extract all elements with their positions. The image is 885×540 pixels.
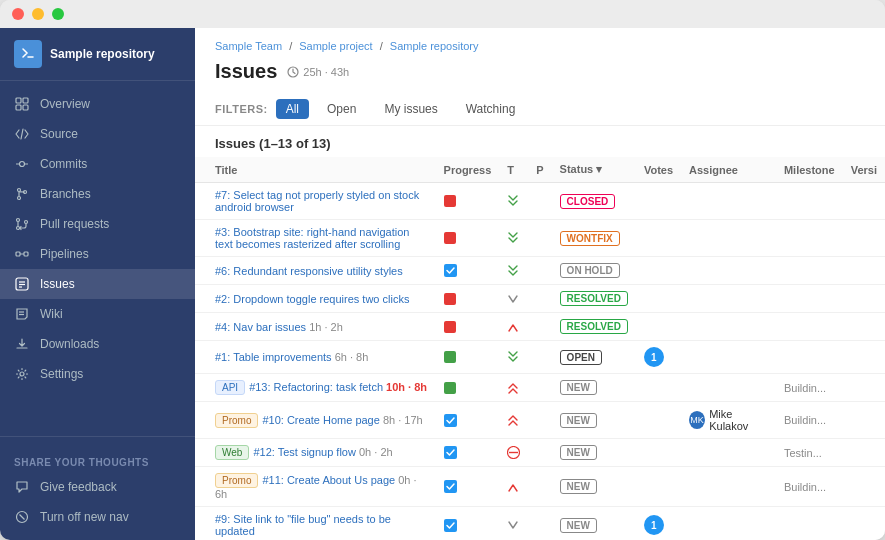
- issue-title-cell: #2: Dropdown toggle requires two clicks: [195, 285, 436, 313]
- issue-status-cell: CLOSED: [552, 183, 636, 220]
- issue-type-cell: [499, 439, 528, 467]
- issue-link[interactable]: #2: Dropdown toggle requires two clicks: [215, 293, 409, 305]
- issue-link[interactable]: #7: Select tag not properly styled on st…: [215, 189, 419, 213]
- issue-version-cell: [843, 220, 885, 257]
- svg-rect-34: [444, 321, 456, 333]
- sidebar-bottom: SHARE YOUR THOUGHTS Give feedback: [0, 436, 195, 540]
- maximize-button[interactable]: [52, 8, 64, 20]
- filter-all[interactable]: All: [276, 99, 309, 119]
- progress-icon: [444, 351, 492, 363]
- repo-header[interactable]: Sample repository: [0, 28, 195, 81]
- issue-link[interactable]: #11: Create About Us page: [262, 474, 395, 486]
- progress-icon: [444, 293, 492, 305]
- vote-count: 1: [644, 347, 664, 367]
- svg-rect-36: [444, 382, 456, 394]
- type-icon: [507, 264, 520, 278]
- breadcrumb-repo[interactable]: Sample repository: [390, 40, 479, 52]
- sidebar-item-commits[interactable]: Commits: [0, 149, 195, 179]
- issue-link[interactable]: #12: Test signup flow: [253, 446, 356, 458]
- milestone: Buildin...: [784, 382, 826, 394]
- vote-count: 1: [644, 515, 664, 535]
- table-header: Title Progress T P Status ▾ Votes Assign…: [195, 157, 885, 183]
- issue-version-cell: [843, 374, 885, 402]
- issue-link[interactable]: #1: Table improvements: [215, 351, 332, 363]
- issue-assignee-cell: [681, 183, 776, 220]
- sidebar-item-branches[interactable]: Branches: [0, 179, 195, 209]
- col-status[interactable]: Status ▾: [552, 157, 636, 183]
- issue-tag: Promo: [215, 473, 258, 488]
- turn-off-icon: [14, 509, 30, 525]
- col-title: Title: [195, 157, 436, 183]
- progress-icon: [444, 264, 492, 277]
- sidebar-item-settings[interactable]: Settings: [0, 359, 195, 389]
- issue-milestone-cell: Testin...: [776, 439, 843, 467]
- filter-open[interactable]: Open: [317, 99, 366, 119]
- issue-link[interactable]: #10: Create Home page: [262, 414, 379, 426]
- type-icon: [507, 381, 520, 395]
- svg-rect-30: [444, 195, 456, 207]
- issue-type-cell: [499, 257, 528, 285]
- issue-link[interactable]: #3: Bootstrap site: right-hand navigatio…: [215, 226, 409, 250]
- sidebar-item-turn-off-nav[interactable]: Turn off new nav: [0, 502, 195, 532]
- page-title: Issues: [215, 60, 277, 83]
- settings-icon: [14, 366, 30, 382]
- table-row: #3: Bootstrap site: right-hand navigatio…: [195, 220, 885, 257]
- issue-status-cell: WONTFIX: [552, 220, 636, 257]
- sidebar-item-overview[interactable]: Overview: [0, 89, 195, 119]
- filter-watching[interactable]: Watching: [456, 99, 526, 119]
- issue-status-cell: ON HOLD: [552, 257, 636, 285]
- issue-version-cell: [843, 507, 885, 541]
- close-button[interactable]: [12, 8, 24, 20]
- issue-title-cell: #6: Redundant responsive utility styles: [195, 257, 436, 285]
- issue-assignee-cell: [681, 257, 776, 285]
- issue-link[interactable]: #6: Redundant responsive utility styles: [215, 265, 403, 277]
- issue-milestone-cell: Buildin...: [776, 467, 843, 507]
- issue-type-cell: [499, 183, 528, 220]
- issue-link[interactable]: #9: Site link to "file bug" needs to be …: [215, 513, 391, 537]
- svg-point-5: [20, 162, 25, 167]
- sidebar-label-overview: Overview: [40, 97, 90, 111]
- progress-icon: [444, 382, 492, 394]
- issue-priority-cell: [528, 220, 551, 257]
- issue-votes-cell: 1: [636, 507, 681, 541]
- issue-milestone-cell: [776, 341, 843, 374]
- filter-my-issues[interactable]: My issues: [374, 99, 447, 119]
- issue-version-cell: [843, 402, 885, 439]
- issue-link[interactable]: #13: Refactoring: task fetch: [249, 381, 383, 393]
- type-icon: [507, 231, 520, 245]
- minimize-button[interactable]: [32, 8, 44, 20]
- issue-link[interactable]: #4: Nav bar issues: [215, 321, 306, 333]
- repo-name: Sample repository: [50, 47, 155, 61]
- breadcrumb-project[interactable]: Sample project: [299, 40, 372, 52]
- issue-title-cell: Promo#11: Create About Us page 0h · 6h: [195, 467, 436, 507]
- status-badge: OPEN: [560, 350, 602, 365]
- sidebar-item-pull-requests[interactable]: Pull requests: [0, 209, 195, 239]
- status-badge: RESOLVED: [560, 319, 628, 334]
- svg-rect-32: [444, 264, 457, 277]
- app-window: Sample repository Overview: [0, 0, 885, 540]
- sidebar-item-downloads[interactable]: Downloads: [0, 329, 195, 359]
- commits-icon: [14, 156, 30, 172]
- issue-tag: API: [215, 380, 245, 395]
- breadcrumb-team[interactable]: Sample Team: [215, 40, 282, 52]
- sidebar-item-pipelines[interactable]: Pipelines: [0, 239, 195, 269]
- sidebar-item-source[interactable]: Source: [0, 119, 195, 149]
- milestone: Buildin...: [784, 481, 826, 493]
- issue-title-cell: #7: Select tag not properly styled on st…: [195, 183, 436, 220]
- issue-type-cell: [499, 313, 528, 341]
- issue-votes-cell: [636, 439, 681, 467]
- issue-title-cell: Web#12: Test signup flow 0h · 2h: [195, 439, 436, 467]
- issue-type-cell: [499, 285, 528, 313]
- sidebar-item-give-feedback[interactable]: Give feedback: [0, 472, 195, 502]
- issue-priority-cell: [528, 374, 551, 402]
- table-row: #2: Dropdown toggle requires two clicks …: [195, 285, 885, 313]
- sidebar-item-issues[interactable]: Issues: [0, 269, 195, 299]
- issue-milestone-cell: [776, 183, 843, 220]
- sidebar-item-wiki[interactable]: Wiki: [0, 299, 195, 329]
- page-header: Issues 25h · 43h: [195, 56, 885, 93]
- share-section-title: SHARE YOUR THOUGHTS: [0, 445, 195, 472]
- issue-milestone-cell: [776, 220, 843, 257]
- status-badge: NEW: [560, 413, 597, 428]
- issue-progress-cell: [436, 183, 500, 220]
- type-icon: [507, 322, 520, 332]
